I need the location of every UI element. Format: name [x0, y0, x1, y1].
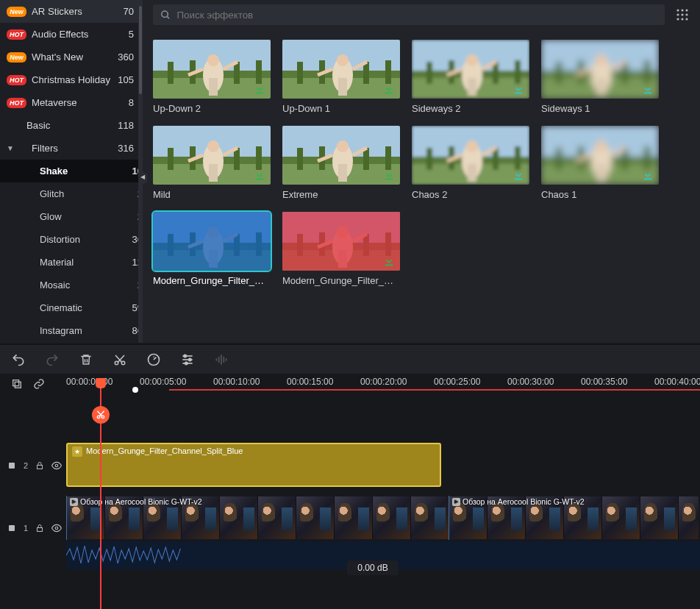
sidebar-item-filters[interactable]: ▼Filters316 — [0, 137, 143, 160]
sidebar-sub-label: Instagram — [40, 325, 132, 336]
svg-point-9 — [681, 18, 683, 20]
copy-icon[interactable] — [10, 377, 24, 391]
svg-point-3 — [681, 9, 683, 11]
sidebar-sub-mosaic[interactable]: Mosaic2 — [0, 274, 143, 296]
sidebar-item-ar-stickers[interactable]: NewAR Stickers70 — [0, 0, 143, 23]
sidebar-sub-material[interactable]: Material12 — [0, 251, 143, 274]
effect-card[interactable]: Up-Down 2 — [153, 40, 271, 114]
download-icon[interactable] — [382, 82, 396, 96]
download-icon[interactable] — [512, 82, 525, 96]
effect-card[interactable]: Chaos 2 — [412, 126, 529, 200]
svg-point-5 — [676, 13, 679, 15]
sidebar-scrollbar-thumb[interactable] — [139, 6, 142, 94]
sidebar-item-count: 360 — [118, 51, 134, 63]
effect-label: Chaos 1 — [541, 189, 659, 200]
sidebar-item-audio-effects[interactable]: HOTAudio Effects5 — [0, 23, 143, 46]
sidebar-item-metaverse[interactable]: HOTMetaverse8 — [0, 91, 143, 114]
effect-card[interactable]: Extreme — [282, 126, 400, 200]
adjustments-icon[interactable] — [179, 352, 196, 368]
video-clip[interactable]: ▶Обзор на Aerocool Bionic G-WT-v2 — [66, 496, 449, 540]
sidebar-item-label: Audio Effects — [32, 29, 129, 40]
sidebar-item-label: Christmas Holiday — [32, 74, 118, 85]
sidebar-sub-instagram[interactable]: Instagram86 — [0, 319, 143, 342]
svg-point-85 — [466, 140, 478, 152]
effect-label: Modern_Grunge_Filter_Channel_Split_Blue — [153, 275, 271, 286]
svg-rect-28 — [385, 60, 391, 84]
new-badge: New — [7, 52, 26, 63]
effect-thumbnail[interactable] — [282, 126, 400, 185]
time-tick: 00:00:30:00 — [507, 377, 554, 387]
sidebar-item-christmas-holiday[interactable]: HOTChristmas Holiday105 — [0, 68, 143, 91]
download-icon[interactable] — [641, 168, 654, 182]
speed-icon[interactable] — [146, 352, 162, 368]
svg-rect-121 — [385, 265, 393, 266]
search-input[interactable] — [177, 10, 658, 21]
lock-icon[interactable] — [35, 524, 44, 533]
svg-rect-94 — [644, 146, 650, 170]
effect-thumbnail[interactable] — [412, 126, 529, 185]
download-icon[interactable] — [512, 168, 525, 182]
effect-card[interactable]: Modern_Grunge_Filter_Channel_Split_Red — [282, 212, 400, 286]
effect-thumbnail[interactable] — [153, 40, 271, 99]
effect-label: Mild — [153, 189, 271, 200]
scissors-icon[interactable] — [112, 352, 128, 368]
svg-point-145 — [55, 527, 58, 530]
sidebar-sub-glitch[interactable]: Glitch2 — [0, 182, 143, 205]
download-icon[interactable] — [253, 168, 266, 182]
audio-wave-icon[interactable] — [213, 352, 229, 368]
effect-thumbnail[interactable] — [412, 40, 529, 99]
effect-card[interactable]: Mild — [153, 126, 271, 200]
effects-panel: Up-Down 2Up-Down 1Sideways 2Sideways 1Mi… — [143, 0, 700, 343]
svg-rect-140 — [9, 463, 15, 469]
grid-view-icon[interactable] — [675, 7, 690, 22]
lock-icon[interactable] — [35, 461, 44, 470]
sidebar-sub-cinematic[interactable]: Cinematic59 — [0, 296, 143, 319]
svg-rect-54 — [644, 93, 652, 94]
download-icon[interactable] — [253, 82, 266, 96]
sidebar-item-label: What's New — [32, 51, 118, 63]
link-icon[interactable] — [32, 377, 46, 391]
search-effects[interactable] — [153, 4, 665, 25]
sidebar-sub-shake[interactable]: Shake10 — [0, 160, 143, 182]
effect-thumbnail[interactable] — [541, 40, 659, 99]
svg-point-52 — [596, 54, 607, 66]
effect-card[interactable]: Sideways 1 — [541, 40, 659, 114]
track-icon — [7, 524, 16, 533]
sidebar-sub-distortion[interactable]: Distortion36 — [0, 228, 143, 251]
eye-icon[interactable] — [51, 523, 62, 533]
svg-rect-36 — [426, 62, 432, 84]
delete-icon[interactable] — [78, 352, 94, 368]
effect-card[interactable]: Sideways 2 — [412, 40, 529, 114]
effect-clip-label: Modern_Grunge_Filter_Channel_Split_Blue — [86, 446, 243, 455]
effect-thumbnail[interactable] — [282, 212, 400, 271]
track-effect[interactable]: 2 ★ Modern_Grunge_Filter_Channel_Split_B… — [0, 441, 700, 490]
effect-thumbnail[interactable] — [282, 40, 400, 99]
undo-icon[interactable] — [10, 352, 26, 368]
effect-card[interactable]: Chaos 1 — [541, 126, 659, 200]
redo-icon[interactable] — [44, 352, 60, 368]
effect-thumbnail[interactable] — [153, 212, 271, 271]
video-clip[interactable]: ▶Обзор на Aerocool Bionic G-WT-v2 — [449, 496, 699, 540]
eye-icon[interactable] — [51, 460, 62, 471]
sidebar-sub-glow[interactable]: Glow2 — [0, 205, 143, 228]
time-ruler[interactable]: 00:00:00:0000:00:05:0000:00:10:0000:00:1… — [63, 374, 700, 394]
download-icon[interactable] — [382, 168, 396, 182]
download-icon[interactable] — [382, 254, 396, 268]
download-icon[interactable] — [641, 82, 654, 96]
playhead[interactable] — [100, 380, 101, 609]
svg-point-142 — [55, 464, 58, 467]
svg-rect-143 — [9, 525, 15, 531]
effect-thumbnail[interactable] — [541, 126, 659, 185]
track-video[interactable]: 1 ▶Обзор на Aerocool Bionic G-WT-v2 ▶Обз… — [0, 493, 700, 563]
sidebar-sub-count: 59 — [132, 302, 143, 313]
time-tick: 00:00:25:00 — [434, 377, 480, 387]
sidebar-item-what-s-new[interactable]: NewWhat's New360 — [0, 46, 143, 68]
svg-rect-137 — [13, 380, 19, 386]
effect-card[interactable]: Up-Down 1 — [282, 40, 400, 114]
effect-thumbnail[interactable] — [153, 126, 271, 185]
audio-db-label[interactable]: 0.00 dB — [347, 560, 399, 575]
effect-clip[interactable]: ★ Modern_Grunge_Filter_Channel_Split_Blu… — [66, 443, 441, 487]
sidebar-item-basic[interactable]: Basic118 — [0, 114, 143, 137]
svg-rect-53 — [597, 78, 606, 96]
effect-card[interactable]: Modern_Grunge_Filter_Channel_Split_Blue — [153, 212, 271, 286]
